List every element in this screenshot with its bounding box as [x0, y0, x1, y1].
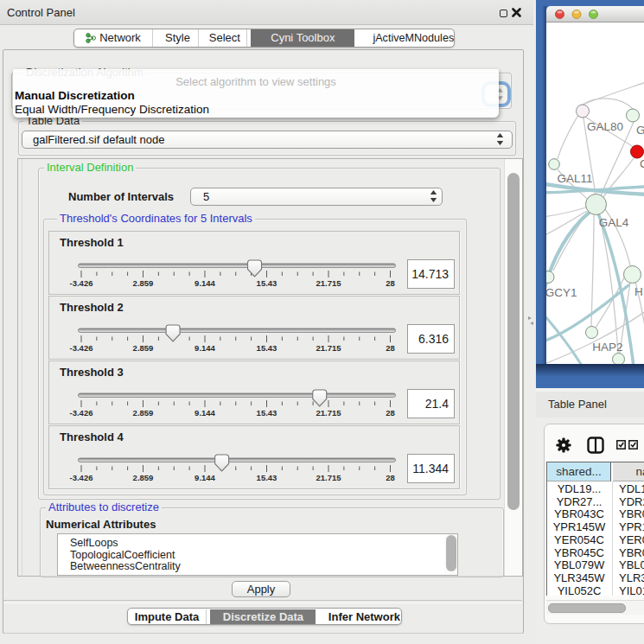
- svg-text:28: 28: [386, 473, 395, 482]
- svg-text:GAL11: GAL11: [557, 172, 592, 185]
- svg-text:HAP2: HAP2: [592, 341, 622, 354]
- svg-text:2.859: 2.859: [133, 408, 154, 418]
- svg-text:9.144: 9.144: [194, 343, 215, 353]
- svg-text:15.43: 15.43: [257, 343, 277, 353]
- svg-text:2.859: 2.859: [133, 343, 154, 353]
- svg-text:-3.426: -3.426: [70, 408, 93, 418]
- svg-text:28: 28: [386, 408, 395, 418]
- svg-text:28: 28: [386, 343, 395, 353]
- svg-text:2.859: 2.859: [133, 278, 154, 288]
- svg-text:9.144: 9.144: [194, 278, 215, 288]
- svg-text:15.43: 15.43: [257, 408, 277, 418]
- svg-text:9.144: 9.144: [194, 473, 215, 482]
- svg-text:15.43: 15.43: [257, 278, 277, 288]
- svg-text:2.859: 2.859: [133, 473, 154, 482]
- svg-text:21.715: 21.715: [316, 408, 341, 418]
- svg-text:-3.426: -3.426: [70, 278, 93, 288]
- svg-text:H: H: [634, 285, 643, 298]
- svg-text:21.715: 21.715: [316, 473, 341, 482]
- svg-text:GAL4: GAL4: [599, 216, 629, 229]
- svg-text:15.43: 15.43: [257, 473, 277, 482]
- svg-text:21.715: 21.715: [316, 343, 341, 353]
- svg-text:GAL80: GAL80: [587, 120, 623, 133]
- svg-text:GCY1: GCY1: [546, 286, 577, 299]
- svg-text:C: C: [640, 157, 644, 170]
- svg-text:-3.426: -3.426: [70, 473, 93, 482]
- svg-text:21.715: 21.715: [316, 278, 341, 288]
- svg-text:-3.426: -3.426: [70, 343, 93, 353]
- svg-text:GA: GA: [636, 124, 644, 137]
- svg-text:28: 28: [386, 278, 395, 288]
- svg-text:9.144: 9.144: [194, 408, 215, 418]
